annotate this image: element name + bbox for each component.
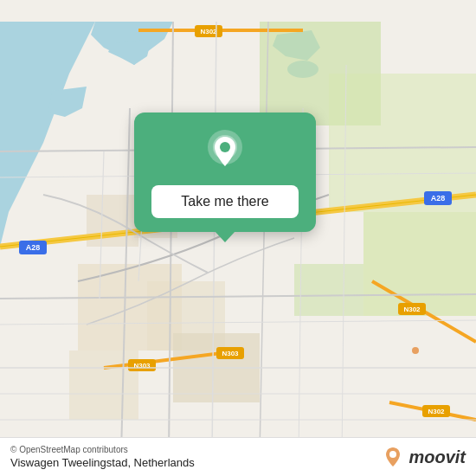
- moovit-text: moovit: [408, 447, 466, 467]
- osm-attribution: © OpenStreetMap contributors: [10, 445, 195, 454]
- svg-rect-9: [69, 351, 138, 420]
- svg-text:N303: N303: [222, 350, 239, 357]
- svg-rect-3: [329, 74, 476, 212]
- popup-card: Take me there: [134, 113, 316, 232]
- moovit-pin-icon: [381, 445, 405, 469]
- location-name: Viswagen Tweelingstad, Netherlands: [10, 456, 195, 469]
- svg-point-28: [412, 347, 419, 354]
- svg-point-32: [389, 451, 396, 458]
- svg-rect-4: [363, 212, 476, 316]
- map-container: A28 A28 A28 N302 N302 N302 N303 N303: [0, 0, 476, 476]
- bottom-info: © OpenStreetMap contributors Viswagen Tw…: [10, 445, 195, 469]
- svg-text:N302: N302: [200, 28, 217, 35]
- moovit-logo: moovit: [381, 445, 466, 469]
- svg-point-31: [220, 142, 230, 152]
- svg-text:N302: N302: [403, 306, 421, 313]
- pin-icon-container: [201, 128, 249, 177]
- svg-text:N302: N302: [428, 408, 445, 415]
- map-background: A28 A28 A28 N302 N302 N302 N303 N303: [0, 0, 476, 476]
- svg-text:A28: A28: [431, 194, 446, 203]
- bottom-bar: © OpenStreetMap contributors Viswagen Tw…: [0, 437, 476, 476]
- take-me-there-button[interactable]: Take me there: [151, 185, 299, 218]
- location-pin-icon: [203, 130, 248, 175]
- svg-text:A28: A28: [26, 243, 41, 252]
- svg-rect-5: [294, 264, 363, 316]
